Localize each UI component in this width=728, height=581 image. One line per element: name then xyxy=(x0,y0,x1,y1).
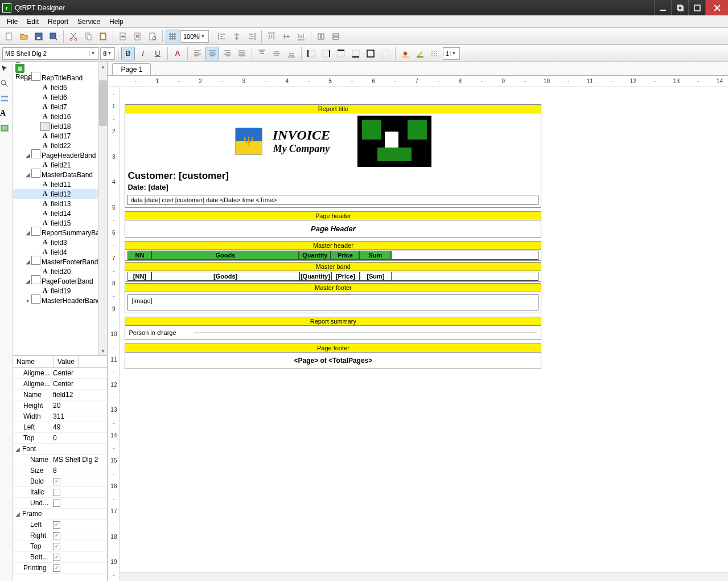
invoice-label[interactable]: INVOICE xyxy=(273,128,330,143)
report-page[interactable]: Report title Ψ INVOICE My Company xyxy=(125,104,541,369)
border-all-button[interactable] xyxy=(364,47,377,60)
tree-item-field12[interactable]: Afield12 xyxy=(13,189,107,199)
summary-label[interactable]: Person in charge xyxy=(129,329,176,336)
mh-empty[interactable] xyxy=(391,251,538,260)
page-header-band[interactable]: Page header Page Header xyxy=(125,211,541,238)
menu-report[interactable]: Report xyxy=(43,17,73,27)
saveas-button[interactable] xyxy=(47,30,60,43)
align-center-v-button[interactable] xyxy=(279,30,293,43)
tree-item-field3[interactable]: Afield3 xyxy=(13,238,107,247)
mh-goods[interactable]: Goods xyxy=(151,251,299,260)
prop-name[interactable]: NameMS Shell Dlg 2 xyxy=(13,455,107,465)
tree-item-field7[interactable]: Afield7 xyxy=(13,102,107,112)
menu-file[interactable]: File xyxy=(2,17,22,27)
line-width-combo[interactable]: 1▼ xyxy=(443,47,460,60)
select-tool[interactable] xyxy=(0,64,13,77)
tree-item-field14[interactable]: Afield14 xyxy=(13,208,107,218)
text-align-justify-button[interactable] xyxy=(235,47,249,60)
prop-top[interactable]: Top0 xyxy=(13,433,107,444)
prop-printing[interactable]: Printing xyxy=(13,563,107,574)
mb-sum[interactable]: [Sum] xyxy=(360,272,392,281)
menu-service[interactable]: Service xyxy=(73,17,105,27)
underline-button[interactable]: U xyxy=(151,47,164,60)
border-top-button[interactable] xyxy=(334,47,348,60)
tree-item-reportsummaryband[interactable]: ◢ReportSummaryBand xyxy=(13,228,107,238)
tab-page1[interactable]: Page 1 xyxy=(112,63,151,75)
tree-item-masterfooterband[interactable]: ◢MasterFooterBand xyxy=(13,257,107,267)
mb-nn[interactable]: [NN] xyxy=(127,272,151,281)
prop-frame[interactable]: ◢Frame xyxy=(13,509,107,519)
data-expression-field[interactable]: data [date] cust [customer] date <Date> … xyxy=(127,195,538,205)
company-label[interactable]: My Company xyxy=(273,143,330,155)
save-button[interactable] xyxy=(32,30,46,43)
minimize-button[interactable] xyxy=(654,0,671,15)
bold-button[interactable]: B xyxy=(121,47,135,60)
text-align-left-button[interactable] xyxy=(191,47,204,60)
report-title-band[interactable]: Report title Ψ INVOICE My Company xyxy=(125,104,541,208)
tree-item-field5[interactable]: Afield5 xyxy=(13,83,107,92)
cut-button[interactable] xyxy=(67,30,80,43)
mh-sum[interactable]: Sum xyxy=(359,251,391,260)
grid-toggle-button[interactable] xyxy=(166,30,179,43)
mb-qty[interactable]: [Quantity] xyxy=(299,272,331,281)
prop-size[interactable]: Size8 xyxy=(13,465,107,476)
tree-item-pageheaderband[interactable]: ◢PageHeaderBand xyxy=(13,150,107,160)
mh-price[interactable]: Price xyxy=(331,251,359,260)
page-footer-text[interactable]: <Page> of <TotalPages> xyxy=(127,355,538,366)
menu-edit[interactable]: Edit xyxy=(22,17,43,27)
prop-aligme-[interactable]: Aligme...Center xyxy=(13,368,107,379)
border-style-button[interactable] xyxy=(428,47,442,60)
fill-color-button[interactable] xyxy=(398,47,412,60)
prop-name[interactable]: Namefield12 xyxy=(13,390,107,400)
font-color-button[interactable]: A xyxy=(171,47,184,60)
border-none-button[interactable] xyxy=(379,47,392,60)
mh-qty[interactable]: Quantity xyxy=(299,251,331,260)
prop-bold[interactable]: Bold xyxy=(13,476,107,487)
close-button[interactable] xyxy=(705,0,728,15)
mb-goods[interactable]: [Goods] xyxy=(151,272,299,281)
italic-button[interactable]: I xyxy=(136,47,150,60)
mb-price[interactable]: [Price] xyxy=(331,272,360,281)
menu-help[interactable]: Help xyxy=(105,17,128,27)
customer-field[interactable]: Customer: [customer] xyxy=(127,170,538,182)
mh-nn[interactable]: NN xyxy=(127,251,151,260)
tree-item-field16[interactable]: Afield16 xyxy=(13,112,107,121)
same-height-button[interactable] xyxy=(329,30,343,43)
logo-image[interactable] xyxy=(357,116,431,167)
border-color-button[interactable] xyxy=(413,47,427,60)
prop-font[interactable]: ◢Font xyxy=(13,444,107,455)
new-button[interactable] xyxy=(2,30,16,43)
prop-aligme-[interactable]: Aligme...Center xyxy=(13,379,107,390)
magnifier-tool[interactable] xyxy=(0,79,13,92)
image-tool[interactable] xyxy=(0,124,13,136)
delete-page-button[interactable] xyxy=(131,30,145,43)
date-field[interactable]: Date: [date] xyxy=(127,183,538,191)
new-page-button[interactable] xyxy=(116,30,130,43)
tree-item-reptitleband[interactable]: ◢RepTitleBand xyxy=(13,73,107,83)
fontsize-combo[interactable]: 8▼ xyxy=(100,47,115,60)
master-header-band[interactable]: Master header NN Goods Quantity Price Su… xyxy=(125,241,541,261)
canvas-scrollbar-h[interactable] xyxy=(120,572,728,581)
prop-width[interactable]: Width311 xyxy=(13,411,107,422)
open-button[interactable] xyxy=(17,30,31,43)
align-left-button[interactable] xyxy=(215,30,229,43)
object-tree[interactable]: ◢▦Report◢RepTitleBandAfield5Afield6Afiel… xyxy=(13,62,107,356)
valign-top-button[interactable] xyxy=(255,47,269,60)
border-right-button[interactable] xyxy=(319,47,333,60)
tree-item-field17[interactable]: Afield17 xyxy=(13,131,107,141)
border-bottom-button[interactable] xyxy=(349,47,363,60)
summary-signature-line[interactable] xyxy=(194,333,538,333)
valign-bottom-button[interactable] xyxy=(285,47,298,60)
prop-italic[interactable]: Italic xyxy=(13,487,107,498)
text-align-right-button[interactable] xyxy=(220,47,234,60)
text-align-center-button[interactable] xyxy=(205,47,219,60)
font-combo[interactable]: MS Shell Dlg 2▼ xyxy=(2,47,99,60)
master-data-band[interactable]: Master band [NN] [Goods] [Quantity] [Pri… xyxy=(125,262,541,282)
zoom-combo[interactable]: 100%▼ xyxy=(180,30,209,43)
prop-bott-[interactable]: Bott... xyxy=(13,552,107,563)
band-tool[interactable] xyxy=(0,94,13,107)
tree-item-field13[interactable]: Afield13 xyxy=(13,199,107,208)
maximize-button[interactable] xyxy=(688,0,705,15)
border-left-button[interactable] xyxy=(305,47,318,60)
tree-item-overflow[interactable]: ▸MasterHeaderBand xyxy=(13,296,107,305)
